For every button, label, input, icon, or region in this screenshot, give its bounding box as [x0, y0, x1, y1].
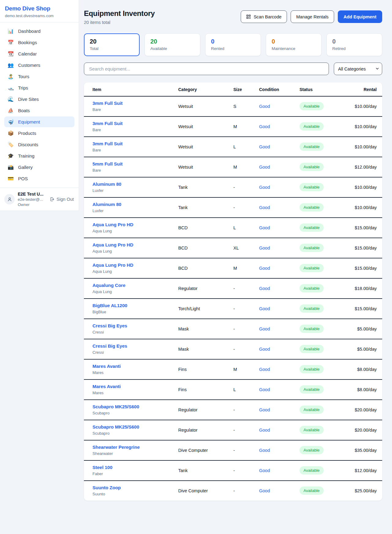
item-name-link[interactable]: Mares Avanti — [92, 384, 178, 389]
item-category: Fins — [178, 380, 233, 400]
table-row: Aluminum 80 Luxfer Tank - Good Available… — [84, 177, 382, 197]
stat-card-available[interactable]: 20 Available — [145, 33, 200, 56]
condition-link[interactable]: Good — [259, 407, 270, 412]
stat-card-retired[interactable]: 0 Retired — [326, 33, 382, 56]
condition-link[interactable]: Good — [259, 488, 270, 493]
brand: Demo Dive Shop demo.test.divestreams.com — [0, 0, 79, 22]
sidebar-item-trips[interactable]: 🛥️ Trips — [4, 82, 74, 93]
item-brand: Bare — [92, 148, 178, 152]
sidebar-item-tours[interactable]: 🏝️ Tours — [4, 71, 74, 82]
condition-link[interactable]: Good — [259, 124, 270, 129]
status-badge: Available — [300, 304, 324, 313]
condition-link[interactable]: Good — [259, 205, 270, 210]
item-name-link[interactable]: Shearwater Peregrine — [92, 444, 178, 450]
sidebar-item-label: Bookings — [18, 40, 37, 45]
condition-link[interactable]: Good — [259, 448, 270, 453]
rental-rate: $10.00/day — [345, 177, 382, 197]
item-name-link[interactable]: Scubapro MK25/S600 — [92, 404, 178, 409]
item-name-link[interactable]: Mares Avanti — [92, 364, 178, 369]
item-name-link[interactable]: Cressi Big Eyes — [92, 343, 178, 349]
item-brand: Luxfer — [92, 188, 178, 193]
sidebar-item-gallery[interactable]: 📸 Gallery — [4, 162, 74, 173]
item-name-link[interactable]: Aluminum 80 — [92, 202, 178, 207]
stat-card-total[interactable]: 20 Total — [84, 33, 140, 56]
scan-barcode-button[interactable]: Scan Barcode — [241, 10, 287, 23]
discounts-icon: 🏷️ — [7, 142, 14, 147]
item-category: Tank — [178, 177, 233, 197]
column-header-item: Item — [84, 82, 178, 96]
status-badge: Available — [300, 284, 324, 292]
item-name-link[interactable]: Aqua Lung Pro HD — [92, 242, 178, 247]
stat-card-maintenance[interactable]: 0 Maintenance — [266, 33, 322, 56]
sidebar-item-boats[interactable]: ⛵ Boats — [4, 105, 74, 116]
add-equipment-label: Add Equipment — [344, 14, 376, 19]
item-category: Fins — [178, 359, 233, 380]
add-equipment-button[interactable]: Add Equipment — [338, 10, 382, 23]
item-name-link[interactable]: Steel 100 — [92, 465, 178, 470]
rental-rate: $10.00/day — [345, 197, 382, 218]
table-row: BigBlue AL1200 BigBlue Torch/Light - Goo… — [84, 299, 382, 319]
item-name-link[interactable]: 3mm Full Suit — [92, 121, 178, 126]
condition-link[interactable]: Good — [259, 347, 270, 352]
item-name-link[interactable]: Aqua Lung Pro HD — [92, 222, 178, 227]
item-category: BCD — [178, 238, 233, 258]
condition-link[interactable]: Good — [259, 185, 270, 190]
sidebar-item-discounts[interactable]: 🏷️ Discounts — [4, 139, 74, 150]
condition-link[interactable]: Good — [259, 104, 270, 109]
condition-link[interactable]: Good — [259, 144, 270, 149]
item-size: - — [233, 481, 259, 501]
condition-link[interactable]: Good — [259, 387, 270, 392]
sidebar-item-equipment[interactable]: 🤿 Equipment — [4, 116, 74, 127]
condition-link[interactable]: Good — [259, 286, 270, 291]
item-size: M — [233, 116, 259, 137]
condition-link[interactable]: Good — [259, 367, 270, 372]
stat-card-rented[interactable]: 0 Rented — [205, 33, 261, 56]
condition-link[interactable]: Good — [259, 468, 270, 473]
sidebar-item-products[interactable]: 📦 Products — [4, 128, 74, 139]
condition-link[interactable]: Good — [259, 165, 270, 170]
item-brand: Mares — [92, 370, 178, 375]
equipment-table: ItemCategorySizeConditionStatusRental 3m… — [84, 82, 382, 501]
sidebar-item-label: Training — [18, 153, 35, 158]
rental-rate: $10.00/day — [345, 116, 382, 137]
header-actions: Scan Barcode Manage Rentals Add Equipmen… — [241, 10, 382, 23]
sidebar-item-dive-sites[interactable]: 🌊 Dive Sites — [4, 94, 74, 105]
brand-name[interactable]: Demo Dive Shop — [5, 5, 74, 12]
sidebar-item-calendar[interactable]: 📆 Calendar — [4, 48, 74, 59]
item-name-link[interactable]: Cressi Big Eyes — [92, 323, 178, 328]
item-size: - — [233, 299, 259, 319]
category-select[interactable]: All Categories — [334, 63, 382, 75]
sidebar-item-bookings[interactable]: 📅 Bookings — [4, 37, 74, 48]
manage-rentals-button[interactable]: Manage Rentals — [291, 10, 334, 23]
search-input[interactable] — [84, 63, 329, 75]
condition-link[interactable]: Good — [259, 326, 270, 331]
sidebar-item-pos[interactable]: 💳 POS — [4, 173, 74, 184]
table-row: Shearwater Peregrine Shearwater Dive Com… — [84, 440, 382, 460]
condition-link[interactable]: Good — [259, 225, 270, 230]
condition-link[interactable]: Good — [259, 246, 270, 250]
condition-link[interactable]: Good — [259, 306, 270, 311]
item-brand: Aqua Lung — [92, 289, 178, 294]
item-name-link[interactable]: Aqua Lung Pro HD — [92, 262, 178, 268]
condition-link[interactable]: Good — [259, 266, 270, 271]
item-name-link[interactable]: Suunto Zoop — [92, 485, 178, 490]
scan-barcode-label: Scan Barcode — [254, 14, 281, 19]
sign-out-button[interactable]: Sign Out — [50, 197, 74, 202]
item-name-link[interactable]: 3mm Full Suit — [92, 101, 178, 106]
sidebar-item-dashboard[interactable]: 📊 Dashboard — [4, 26, 74, 36]
status-badge: Available — [300, 406, 324, 414]
sidebar-item-training[interactable]: 🎓 Training — [4, 151, 74, 161]
item-brand: Shearwater — [92, 451, 178, 456]
item-name-link[interactable]: BigBlue AL1200 — [92, 303, 178, 308]
item-name-link[interactable]: 3mm Full Suit — [92, 141, 178, 146]
logout-icon — [50, 197, 55, 202]
sidebar-item-customers[interactable]: 👥 Customers — [4, 60, 74, 71]
stat-label: Retired — [332, 46, 376, 51]
item-brand: Bare — [92, 128, 178, 132]
item-name-link[interactable]: Aqualung Core — [92, 283, 178, 288]
condition-link[interactable]: Good — [259, 428, 270, 433]
item-name-link[interactable]: 5mm Full Suit — [92, 161, 178, 166]
rental-rate: $10.00/day — [345, 96, 382, 116]
item-name-link[interactable]: Scubapro MK25/S600 — [92, 424, 178, 429]
item-name-link[interactable]: Aluminum 80 — [92, 181, 178, 187]
